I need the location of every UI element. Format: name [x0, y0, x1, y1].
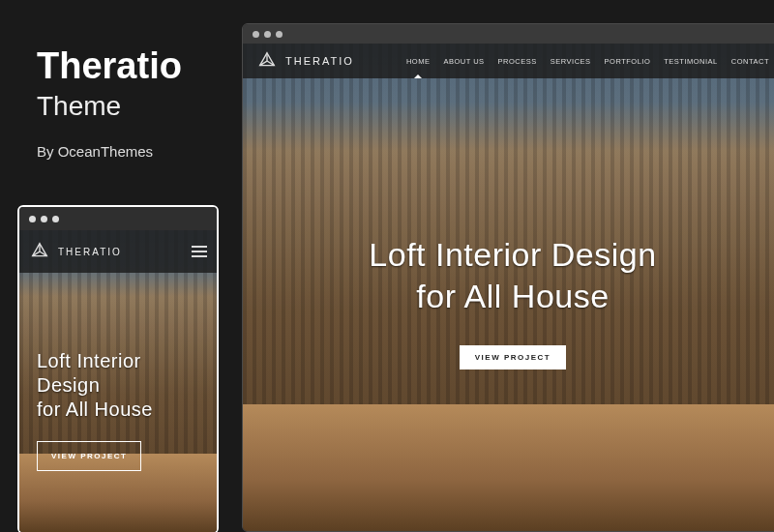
window-dot-icon: [52, 216, 59, 222]
theme-author: By OceanThemes: [37, 143, 182, 160]
window-titlebar: [19, 207, 217, 230]
site-viewport: THERATIO HOME ABOUT US PROCESS SERVICES …: [243, 44, 774, 531]
site-viewport: THERATIO Loft Interior Design for All Ho…: [19, 230, 217, 532]
window-dot-icon: [253, 31, 259, 38]
mobile-preview-window: THERATIO Loft Interior Design for All Ho…: [17, 205, 219, 532]
theme-title: Theratio: [37, 46, 182, 87]
window-dot-icon: [41, 216, 47, 222]
window-titlebar: [243, 24, 774, 44]
desktop-preview-window: THERATIO HOME ABOUT US PROCESS SERVICES …: [242, 23, 774, 532]
window-dot-icon: [264, 31, 271, 38]
theme-subtitle: Theme: [37, 91, 182, 122]
view-project-button[interactable]: VIEW PROJECT: [460, 345, 566, 369]
window-dot-icon: [29, 216, 36, 222]
hero-content: Loft Interior Design for All House VIEW …: [243, 44, 774, 531]
hero-content: Loft Interior Design for All House VIEW …: [19, 230, 217, 532]
theme-info: Theratio Theme By OceanThemes: [37, 46, 182, 160]
window-dot-icon: [276, 31, 283, 38]
hero-title: Loft Interior Design for All House: [369, 234, 656, 316]
view-project-button[interactable]: VIEW PROJECT: [37, 441, 141, 471]
hero-title: Loft Interior Design for All House: [37, 349, 199, 422]
